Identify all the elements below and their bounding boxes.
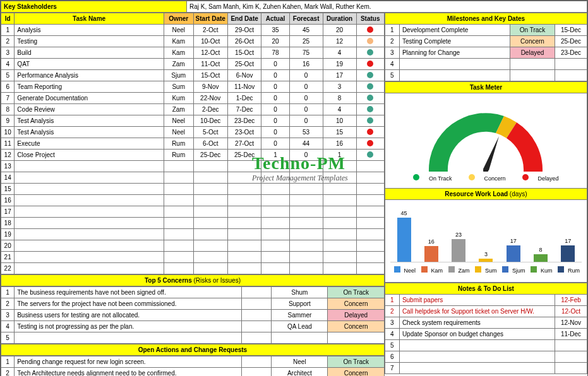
bar: 16 (424, 246, 438, 262)
table-row[interactable]: 3BuildKam12-Oct15-Oct78754 (1, 47, 385, 59)
stakeholders-value: Raj K, Sam Manh, Kim K, Zuhen Kahen, Mar… (187, 1, 587, 13)
status-dot-icon (367, 140, 373, 146)
table-row[interactable]: 1The business requirements have not been… (1, 287, 385, 298)
notes-title: Notes & To Do List (385, 283, 587, 295)
bar: 8 (534, 254, 548, 262)
milestones-table: Milestones and Key Dates 1Development Co… (385, 13, 587, 81)
bar: 23 (452, 239, 465, 262)
task-meter-title: Task Meter (385, 82, 587, 93)
concerns-title: Top 5 Concerns (145, 277, 192, 284)
table-row[interactable]: 2The servers for the project have not be… (1, 298, 385, 310)
concerns-header: Top 5 Concerns (Risks or Issues) (1, 274, 385, 286)
stakeholders-label: Key Stakeholders (1, 1, 187, 13)
bar: 17 (561, 245, 575, 262)
bar-chart: 451623317817 Neel Kam Zam Sum Sjum Kum R… (390, 211, 582, 274)
table-row[interactable]: 3Planning for ChangeDelayed23-Dec (385, 47, 587, 59)
table-row[interactable]: 3Check system requirements12-Nov (385, 317, 587, 329)
table-row[interactable]: 19 (1, 229, 385, 240)
bar: 3 (479, 259, 493, 262)
table-row[interactable]: 2TestingKam10-Oct26-Oct202512 (1, 36, 385, 47)
svg-marker-0 (483, 136, 499, 172)
th-owner: Owner (164, 13, 193, 25)
table-row[interactable]: 1Development CompleteOn Track15-Dec (385, 25, 587, 36)
table-row[interactable]: 21 (1, 252, 385, 263)
status-dot-icon (367, 117, 373, 124)
dashboard-page: Key Stakeholders Raj K, Sam Manh, Kim K,… (0, 0, 588, 376)
th-name: Task Name (15, 13, 164, 25)
table-row[interactable]: 3Business users for testing are not allo… (1, 310, 385, 321)
th-end: End Date (227, 13, 261, 25)
table-row[interactable]: 18 (1, 218, 385, 229)
table-row[interactable]: 7 (385, 363, 587, 374)
concerns-table: 1The business requirements have not been… (1, 286, 385, 344)
bar: 17 (507, 245, 520, 262)
table-row[interactable]: 1Submit papers12-Feb (385, 295, 587, 306)
gauge-chart (416, 102, 555, 172)
gauge-legend: On Track Concern Delayed (387, 174, 585, 182)
bar: 45 (397, 218, 411, 262)
status-dot-icon (367, 129, 373, 135)
table-row[interactable]: 8Code ReviewZam2-Dec7-Dec004 (1, 104, 385, 115)
table-row[interactable]: 14 (1, 172, 385, 184)
table-row[interactable]: 2Call helpdesk for Support ticket on Ser… (385, 306, 587, 317)
stakeholders-row: Key Stakeholders Raj K, Sam Manh, Kim K,… (1, 1, 587, 13)
table-row[interactable]: 15 (1, 184, 385, 195)
th-forecast: Forecast (289, 13, 323, 25)
table-row[interactable]: 1Pending change request for new login sc… (1, 356, 385, 368)
status-dot-icon (367, 49, 373, 56)
status-dot-icon (367, 106, 373, 112)
th-id: Id (1, 13, 15, 25)
status-dot-icon (367, 72, 373, 78)
actions-header: Open Actions and Change Requests (1, 344, 385, 356)
table-row[interactable]: 20 (1, 240, 385, 252)
table-row[interactable]: 5 (1, 332, 385, 344)
table-row[interactable]: 12Close ProjectRum25-Dec25-Dec101 (1, 150, 385, 161)
task-table: Id Task Name Owner Start Date End Date A… (1, 13, 385, 274)
table-row[interactable]: 7Generate DocumentationKum22-Nov1-Dec008 (1, 93, 385, 104)
actions-table: 1Pending change request for new login sc… (1, 356, 385, 376)
th-actual: Actual (261, 13, 289, 25)
table-row[interactable]: 5 (385, 70, 587, 81)
notes-table: Notes & To Do List 1Submit papers12-Feb2… (385, 283, 587, 374)
table-row[interactable]: 4Testing is not progressing as per the p… (1, 321, 385, 332)
status-dot-icon (367, 38, 373, 44)
table-row[interactable]: 1AnalysisNeel2-Oct29-Oct354520 (1, 25, 385, 36)
resource-title: Resource Work Load (445, 191, 508, 197)
table-row[interactable]: 9Test AnalysisNeel10-Dec23-Dec0010 (1, 115, 385, 127)
table-row[interactable]: 4Update Sponsor on budget changes11-Dec (385, 329, 587, 340)
table-row[interactable]: 13 (1, 161, 385, 172)
table-row[interactable]: 16 (1, 195, 385, 206)
status-dot-icon (367, 61, 373, 67)
table-row[interactable]: 11ExecuteRum6-Oct27-Oct04416 (1, 138, 385, 150)
table-row[interactable]: 6Team ReportingSum9-Nov11-Nov003 (1, 81, 385, 93)
table-row[interactable]: 5 (385, 340, 587, 351)
status-dot-icon (367, 83, 373, 90)
table-row[interactable]: 5Performance AnalysisSjum15-Oct6-Nov0017 (1, 70, 385, 81)
table-row[interactable]: 17 (1, 206, 385, 218)
status-dot-icon (367, 26, 373, 33)
th-duration: Duration (323, 13, 356, 25)
table-row[interactable]: 6 (385, 351, 587, 363)
actions-title: Open Actions and Change Requests (1, 344, 385, 356)
table-row[interactable]: 10Test AnalysisNeel5-Oct23-Oct05315 (1, 127, 385, 138)
table-row[interactable]: 4QATZam11-Oct25-Oct01619 (1, 59, 385, 70)
th-start: Start Date (193, 13, 227, 25)
table-row[interactable]: 22 (1, 263, 385, 274)
resource-table: Resource Work Load (days) 451623317817 N… (385, 188, 587, 283)
th-status: Status (356, 13, 384, 25)
status-dot-icon (367, 95, 373, 101)
table-row[interactable]: 2Testing CompleteConcern25-Dec (385, 36, 587, 47)
task-meter: Task Meter On Track Concern Delayed (385, 81, 587, 188)
milestones-title: Milestones and Key Dates (385, 13, 587, 25)
table-row[interactable]: 4 (385, 59, 587, 70)
table-row[interactable]: 2Tech Architecture needs alignment need … (1, 368, 385, 377)
status-dot-icon (367, 151, 373, 158)
